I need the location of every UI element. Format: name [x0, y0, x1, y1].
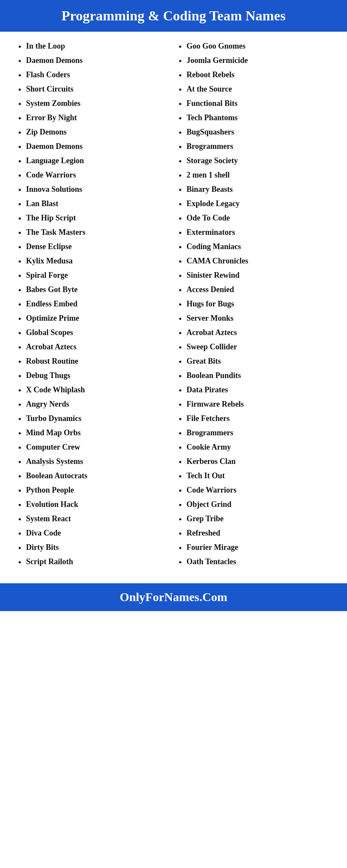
list-item: Debug Thugs: [26, 370, 169, 381]
list-item: Babes Got Byte: [26, 284, 169, 296]
list-item: Short Circuits: [26, 83, 169, 95]
content-area: In the LoopDaemon DemonsFlash CodersShor…: [0, 32, 347, 579]
list-item: Cookie Army: [187, 441, 330, 453]
list-item: Innova Solutions: [26, 184, 169, 195]
list-item: Explode Legacy: [187, 198, 330, 210]
list-item: Sweep Collider: [187, 341, 330, 353]
list-item: Turbo Dynamics: [26, 413, 169, 424]
page-title: Programming & Coding Team Names: [9, 8, 338, 24]
list-item: Code Warriors: [26, 169, 169, 181]
list-item: Exterminators: [187, 227, 330, 238]
list-item: Functional Bits: [187, 98, 330, 109]
footer-text: OnlyForNames.Com: [120, 590, 227, 604]
header: Programming & Coding Team Names: [0, 0, 347, 32]
list-item: Evolution Hack: [26, 499, 169, 510]
list-item: File Fetchers: [187, 413, 330, 424]
list-item: X Code Whiplash: [26, 384, 169, 396]
list-item: Daemon Demons: [26, 141, 169, 152]
list-item: Fourier Mirage: [187, 542, 330, 553]
list-item: Object Grind: [187, 499, 330, 510]
list-item: Data Pirates: [187, 384, 330, 396]
list-item: Joomla Germicide: [187, 55, 330, 66]
list-item: Oath Tentacles: [187, 556, 330, 568]
list-item: Tech Phantoms: [187, 112, 330, 124]
list-item: Analysis Systems: [26, 456, 169, 467]
list-item: Script Railoth: [26, 556, 169, 568]
list-item: Global Scopes: [26, 327, 169, 339]
list-item: 2 men 1 shell: [187, 169, 330, 181]
list-item: Tech It Out: [187, 470, 330, 482]
list-item: Daemon Demons: [26, 55, 169, 66]
list-item: Firmware Rebels: [187, 398, 330, 410]
list-item: Brogrammers: [187, 141, 330, 152]
list-item: At the Source: [187, 83, 330, 95]
list-item: Acrobat Aztecs: [26, 341, 169, 353]
list-item: The Hip Script: [26, 212, 169, 224]
list-item: CAMA Chronicles: [187, 255, 330, 267]
list-item: Brogrammers: [187, 427, 330, 439]
list-item: Reboot Rebels: [187, 69, 330, 81]
list-item: Kylix Medusa: [26, 255, 169, 267]
list-item: Error By Night: [26, 112, 169, 124]
list-item: In the Loop: [26, 40, 169, 52]
columns-container: In the LoopDaemon DemonsFlash CodersShor…: [13, 40, 334, 570]
list-item: Boolean Autocrats: [26, 470, 169, 482]
list-item: Language Legion: [26, 155, 169, 167]
list-item: Binary Beasts: [187, 184, 330, 195]
list-item: System Zombies: [26, 98, 169, 109]
list-item: Optimize Prime: [26, 312, 169, 324]
footer: OnlyForNames.Com: [0, 583, 347, 611]
left-list: In the LoopDaemon DemonsFlash CodersShor…: [17, 40, 169, 568]
list-item: Access Denied: [187, 284, 330, 296]
list-item: Refreshed: [187, 527, 330, 539]
list-item: Goo Goo Gnomes: [187, 40, 330, 52]
list-item: Endless Embed: [26, 298, 169, 310]
list-item: Dense Eclipse: [26, 241, 169, 253]
list-item: Flash Coders: [26, 69, 169, 81]
list-item: System React: [26, 513, 169, 525]
list-item: Coding Maniacs: [187, 241, 330, 253]
list-item: Hugs for Bugs: [187, 298, 330, 310]
list-item: BugSquashers: [187, 126, 330, 138]
list-item: Sinister Rewind: [187, 270, 330, 281]
list-item: Computer Crew: [26, 441, 169, 453]
list-item: Server Monks: [187, 312, 330, 324]
list-item: Grep Tribe: [187, 513, 330, 525]
list-item: Ode To Code: [187, 212, 330, 224]
list-item: Mind Map Orbs: [26, 427, 169, 439]
list-item: Zip Demons: [26, 126, 169, 138]
list-item: Lan Blast: [26, 198, 169, 210]
right-column: Goo Goo GnomesJoomla GermicideReboot Reb…: [174, 40, 334, 570]
left-column: In the LoopDaemon DemonsFlash CodersShor…: [13, 40, 174, 570]
list-item: Robust Routine: [26, 355, 169, 367]
list-item: Kerberos Clan: [187, 456, 330, 467]
list-item: Acrobat Aztecs: [187, 327, 330, 339]
page-wrapper: Programming & Coding Team Names In the L…: [0, 0, 347, 611]
list-item: Python People: [26, 484, 169, 496]
list-item: Boolean Pundits: [187, 370, 330, 381]
right-list: Goo Goo GnomesJoomla GermicideReboot Reb…: [178, 40, 330, 568]
list-item: Dirty Bits: [26, 542, 169, 553]
list-item: Diva Code: [26, 527, 169, 539]
list-item: Angry Nerds: [26, 398, 169, 410]
list-item: Storage Society: [187, 155, 330, 167]
list-item: Great Bits: [187, 355, 330, 367]
list-item: Spiral Forge: [26, 270, 169, 281]
list-item: Code Warriors: [187, 484, 330, 496]
list-item: The Task Masters: [26, 227, 169, 238]
